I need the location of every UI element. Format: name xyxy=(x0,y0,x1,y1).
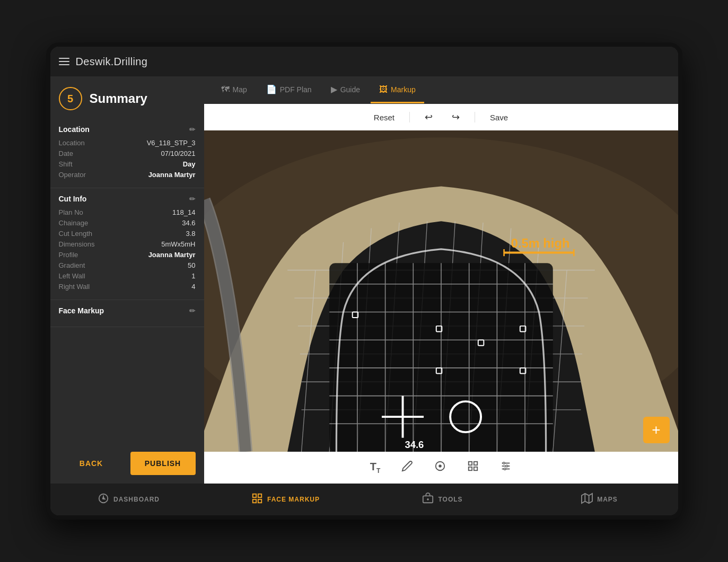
add-markup-button[interactable]: + xyxy=(643,417,670,443)
field-value-leftwall: 1 xyxy=(191,272,195,280)
field-label-dimensions: Dimensions xyxy=(59,240,95,248)
field-row-chainage: Chainage 34.6 xyxy=(59,219,196,227)
field-row-shift: Shift Day xyxy=(59,160,196,168)
field-value-shift: Day xyxy=(183,160,196,168)
svg-point-55 xyxy=(503,462,505,464)
save-button[interactable]: Save xyxy=(486,111,512,124)
tab-map[interactable]: 🗺 Map xyxy=(213,77,256,103)
field-row-leftwall: Left Wall 1 xyxy=(59,272,196,280)
face-markup-section: Face Markup ✏ xyxy=(50,300,204,327)
svg-text:0.5m high: 0.5m high xyxy=(511,236,569,250)
svg-text:34.6: 34.6 xyxy=(405,439,424,450)
nav-face-markup-label: FACE MARKUP xyxy=(267,496,320,503)
tab-pdf-label: PDF Plan xyxy=(280,85,312,94)
field-label-shift: Shift xyxy=(59,160,73,168)
settings-tool-button[interactable] xyxy=(498,458,514,477)
svg-point-47 xyxy=(439,465,441,467)
right-panel: 🗺 Map 📄 PDF Plan ▶ Guide 🖼 Markup xyxy=(204,76,678,484)
nav-maps[interactable]: MAPS xyxy=(521,484,678,515)
field-value-chainage: 34.6 xyxy=(182,219,195,227)
svg-rect-48 xyxy=(469,462,472,465)
reset-button[interactable]: Reset xyxy=(370,111,399,124)
svg-rect-49 xyxy=(474,462,477,465)
cut-info-section: Cut Info ✏ Plan No 118_14 Chainage 34.6 … xyxy=(50,188,204,300)
toolbar-divider-2 xyxy=(475,112,475,122)
svg-point-56 xyxy=(506,465,508,467)
nav-face-markup[interactable]: FACE MARKUP xyxy=(207,484,364,515)
tunnel-scene: 34.6 0.5m high xyxy=(204,130,678,452)
app-title: Deswik.Drilling xyxy=(76,56,148,68)
field-label-planno: Plan No xyxy=(59,208,83,216)
undo-button[interactable]: ↩ xyxy=(420,109,437,125)
tab-markup[interactable]: 🖼 Markup xyxy=(371,77,424,103)
publish-button[interactable]: PUBLISH xyxy=(130,452,196,475)
field-row-date: Date 07/10/2021 xyxy=(59,150,196,157)
field-row-location: Location V6_118_STP_3 xyxy=(59,139,196,147)
face-markup-nav-icon xyxy=(251,493,263,507)
field-row-rightwall: Right Wall 4 xyxy=(59,283,196,291)
text-tool-button[interactable]: TT xyxy=(368,459,383,477)
tab-guide[interactable]: ▶ Guide xyxy=(322,77,369,103)
tab-pdf[interactable]: 📄 PDF Plan xyxy=(258,77,320,103)
main-content: 5 Summary Location ✏ Location V6_118_STP… xyxy=(50,76,678,484)
maps-nav-icon xyxy=(581,493,593,507)
pen-tool-button[interactable] xyxy=(399,458,415,477)
field-label-rightwall: Right Wall xyxy=(59,283,90,291)
field-label-cutlength: Cut Length xyxy=(59,230,93,238)
field-value-planno: 118_14 xyxy=(172,208,195,216)
field-value-rightwall: 4 xyxy=(191,283,195,291)
svg-rect-51 xyxy=(474,467,477,470)
tools-nav-icon xyxy=(422,493,434,507)
nav-tools[interactable]: TOOLS xyxy=(364,484,521,515)
svg-rect-50 xyxy=(469,467,472,470)
field-row-operator: Operator Joanna Martyr xyxy=(59,171,196,179)
field-label-operator: Operator xyxy=(59,171,86,179)
nav-maps-label: MAPS xyxy=(597,496,618,503)
redo-button[interactable]: ↪ xyxy=(448,109,464,125)
field-value-profile: Joanna Martyr xyxy=(148,251,196,259)
cut-info-edit-icon[interactable]: ✏ xyxy=(189,195,196,203)
field-label-gradient: Gradient xyxy=(59,261,85,269)
svg-rect-60 xyxy=(253,494,256,497)
field-label-location: Location xyxy=(59,139,85,147)
field-row-gradient: Gradient 50 xyxy=(59,261,196,269)
svg-rect-63 xyxy=(258,499,261,502)
face-markup-edit-icon[interactable]: ✏ xyxy=(189,306,196,315)
field-label-chainage: Chainage xyxy=(59,219,89,227)
bottom-nav: DASHBOARD FACE MARKUP xyxy=(50,484,678,515)
face-markup-title: Face Markup xyxy=(59,306,104,315)
nav-tools-label: TOOLS xyxy=(438,496,462,503)
step-badge: 5 xyxy=(59,87,82,110)
markup-tab-icon: 🖼 xyxy=(379,85,388,94)
toolbar-divider-1 xyxy=(409,112,410,122)
tab-bar: 🗺 Map 📄 PDF Plan ▶ Guide 🖼 Markup xyxy=(204,76,678,104)
svg-rect-62 xyxy=(253,499,256,502)
cut-info-title: Cut Info xyxy=(59,195,87,203)
tablet-frame: Deswik.Drilling 5 Summary Location ✏ Loc… xyxy=(46,42,682,520)
nav-dashboard-label: DASHBOARD xyxy=(113,496,160,503)
field-label-leftwall: Left Wall xyxy=(59,272,85,280)
location-section: Location ✏ Location V6_118_STP_3 Date 07… xyxy=(50,119,204,188)
markup-toolbar: Reset ↩ ↪ Save xyxy=(204,104,678,130)
field-value-cutlength: 3.8 xyxy=(186,230,195,238)
svg-marker-67 xyxy=(582,493,592,503)
drawing-toolbar: TT xyxy=(204,452,678,484)
field-value-date: 07/10/2021 xyxy=(161,150,195,157)
field-value-gradient: 50 xyxy=(188,261,195,269)
svg-rect-61 xyxy=(258,494,261,497)
field-label-profile: Profile xyxy=(59,251,78,259)
back-button[interactable]: BACK xyxy=(59,452,124,475)
circle-tool-button[interactable] xyxy=(432,458,448,477)
image-area: 34.6 0.5m high + xyxy=(204,130,678,452)
face-markup-header: Face Markup ✏ xyxy=(59,306,196,315)
menu-icon[interactable] xyxy=(59,58,69,65)
location-edit-icon[interactable]: ✏ xyxy=(189,125,196,134)
cut-info-header: Cut Info ✏ xyxy=(59,195,196,203)
nav-dashboard[interactable]: DASHBOARD xyxy=(50,484,207,515)
summary-header: 5 Summary xyxy=(50,76,204,119)
top-bar: Deswik.Drilling xyxy=(50,47,678,76)
field-label-date: Date xyxy=(59,150,73,157)
sidebar-footer: BACK PUBLISH xyxy=(50,443,204,484)
tab-map-label: Map xyxy=(233,85,247,94)
grid-tool-button[interactable] xyxy=(465,458,481,477)
